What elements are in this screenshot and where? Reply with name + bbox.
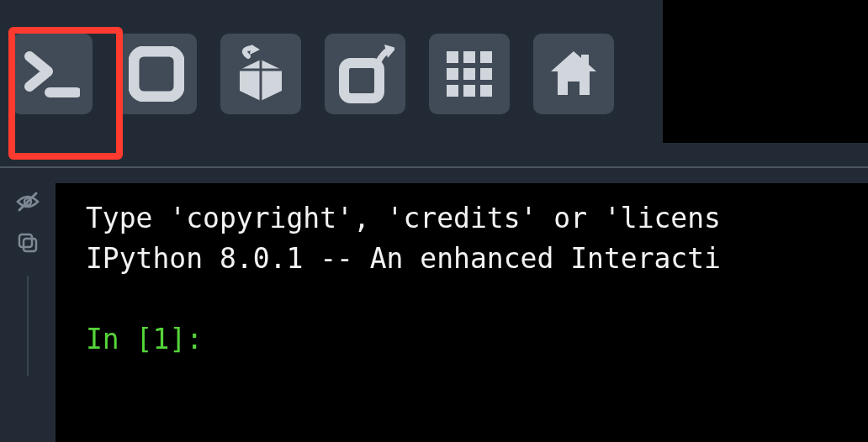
stop-icon bbox=[129, 46, 184, 102]
svg-rect-20 bbox=[19, 234, 32, 247]
console-line-2: IPython 8.0.1 -- An enhanced Interacti bbox=[86, 242, 721, 275]
svg-rect-1 bbox=[134, 51, 179, 97]
toolbar-divider bbox=[0, 166, 868, 168]
console-button[interactable] bbox=[12, 34, 93, 114]
svg-rect-13 bbox=[480, 68, 492, 80]
svg-rect-17 bbox=[581, 55, 589, 66]
copy-icon[interactable] bbox=[17, 232, 39, 254]
kernel-restart-button[interactable] bbox=[220, 34, 301, 114]
svg-rect-10 bbox=[480, 51, 492, 63]
gutter-indicator bbox=[27, 276, 29, 376]
console-icon bbox=[24, 46, 80, 102]
svg-rect-8 bbox=[447, 51, 458, 63]
popout-button[interactable] bbox=[325, 34, 405, 114]
svg-rect-21 bbox=[24, 239, 36, 251]
home-icon bbox=[546, 46, 601, 102]
svg-rect-9 bbox=[463, 51, 475, 63]
svg-rect-11 bbox=[447, 68, 458, 80]
grid-button[interactable] bbox=[429, 34, 510, 114]
svg-rect-16 bbox=[480, 85, 492, 97]
svg-rect-15 bbox=[463, 85, 475, 97]
box-arrow-icon bbox=[231, 45, 290, 103]
eye-off-icon[interactable] bbox=[16, 190, 40, 213]
tab-pane-dark bbox=[663, 0, 868, 143]
svg-marker-5 bbox=[250, 45, 260, 55]
home-button[interactable] bbox=[533, 34, 614, 114]
cell-gutter bbox=[0, 168, 56, 442]
console-prompt: In [1]: bbox=[86, 323, 220, 355]
toolbar-area bbox=[0, 0, 868, 168]
stop-button[interactable] bbox=[116, 34, 197, 114]
grid-icon bbox=[443, 48, 495, 100]
svg-rect-6 bbox=[344, 63, 379, 98]
svg-rect-12 bbox=[463, 68, 475, 80]
ipython-console[interactable]: Type 'copyright', 'credits' or 'licens I… bbox=[56, 183, 868, 442]
main-area: Type 'copyright', 'credits' or 'licens I… bbox=[0, 168, 868, 442]
svg-rect-14 bbox=[447, 85, 458, 97]
console-line-1: Type 'copyright', 'credits' or 'licens bbox=[86, 202, 721, 234]
square-arrow-icon bbox=[336, 45, 394, 103]
